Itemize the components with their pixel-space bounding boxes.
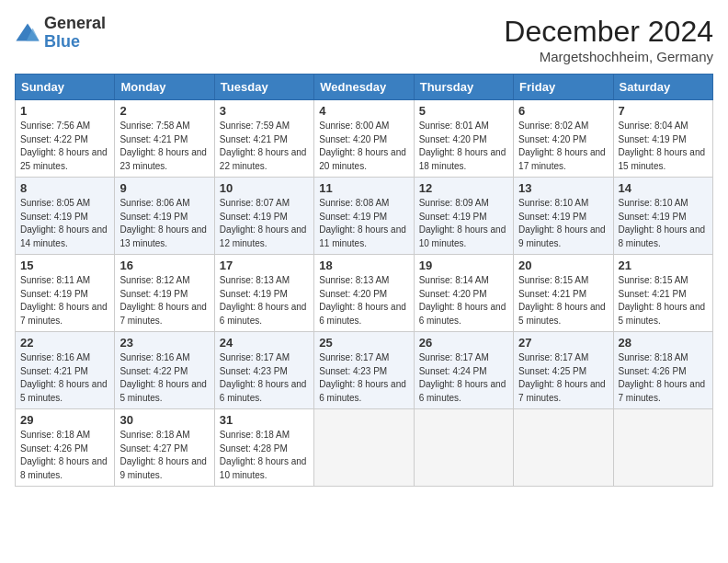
day-info: Sunrise: 7:56 AM Sunset: 4:22 PM Dayligh… xyxy=(20,120,109,173)
day-number: 3 xyxy=(220,104,309,118)
day-number: 16 xyxy=(119,259,209,272)
calendar-cell: 15 Sunrise: 8:11 AM Sunset: 4:19 PM Dayl… xyxy=(16,255,115,332)
logo-text: General Blue xyxy=(44,15,106,52)
calendar-cell: 2 Sunrise: 7:58 AM Sunset: 4:21 PM Dayli… xyxy=(115,100,214,178)
calendar-cell xyxy=(514,409,613,487)
calendar-cell: 24 Sunrise: 8:17 AM Sunset: 4:23 PM Dayl… xyxy=(214,332,313,409)
calendar-week-row: 15 Sunrise: 8:11 AM Sunset: 4:19 PM Dayl… xyxy=(16,255,713,332)
day-number: 25 xyxy=(319,336,408,350)
calendar-cell: 7 Sunrise: 8:04 AM Sunset: 4:19 PM Dayli… xyxy=(613,100,712,178)
calendar-week-row: 8 Sunrise: 8:05 AM Sunset: 4:19 PM Dayli… xyxy=(16,178,713,255)
calendar-cell: 29 Sunrise: 8:18 AM Sunset: 4:26 PM Dayl… xyxy=(16,409,115,487)
col-header-tuesday: Tuesday xyxy=(214,75,313,100)
calendar-cell: 11 Sunrise: 8:08 AM Sunset: 4:19 PM Dayl… xyxy=(314,178,414,255)
calendar-cell: 27 Sunrise: 8:17 AM Sunset: 4:25 PM Dayl… xyxy=(514,332,613,409)
day-number: 19 xyxy=(419,259,508,272)
day-info: Sunrise: 8:16 AM Sunset: 4:21 PM Dayligh… xyxy=(20,351,109,405)
calendar-cell: 16 Sunrise: 8:12 AM Sunset: 4:19 PM Dayl… xyxy=(115,255,214,332)
calendar-cell: 5 Sunrise: 8:01 AM Sunset: 4:20 PM Dayli… xyxy=(414,100,513,178)
day-info: Sunrise: 8:04 AM Sunset: 4:19 PM Dayligh… xyxy=(619,120,708,173)
calendar-cell: 13 Sunrise: 8:10 AM Sunset: 4:19 PM Dayl… xyxy=(514,178,613,255)
day-info: Sunrise: 8:18 AM Sunset: 4:26 PM Dayligh… xyxy=(20,429,109,482)
day-number: 30 xyxy=(119,413,209,427)
calendar-cell xyxy=(613,409,712,487)
day-number: 2 xyxy=(119,104,209,118)
location: Margetshochheim, Germany xyxy=(504,49,713,64)
day-number: 5 xyxy=(419,104,508,118)
calendar-cell: 8 Sunrise: 8:05 AM Sunset: 4:19 PM Dayli… xyxy=(16,178,115,255)
logo-blue: Blue xyxy=(44,32,80,51)
day-number: 26 xyxy=(419,336,508,350)
col-header-monday: Monday xyxy=(115,75,214,100)
logo-general: General xyxy=(44,14,106,32)
day-info: Sunrise: 8:16 AM Sunset: 4:22 PM Dayligh… xyxy=(119,351,209,405)
day-info: Sunrise: 8:15 AM Sunset: 4:21 PM Dayligh… xyxy=(518,274,608,327)
col-header-friday: Friday xyxy=(514,75,613,100)
day-number: 6 xyxy=(518,104,608,118)
day-info: Sunrise: 8:01 AM Sunset: 4:20 PM Dayligh… xyxy=(419,120,508,173)
day-number: 7 xyxy=(619,104,708,118)
calendar-week-row: 22 Sunrise: 8:16 AM Sunset: 4:21 PM Dayl… xyxy=(16,332,713,409)
day-info: Sunrise: 7:59 AM Sunset: 4:21 PM Dayligh… xyxy=(220,120,309,173)
day-info: Sunrise: 8:06 AM Sunset: 4:19 PM Dayligh… xyxy=(119,197,209,250)
day-info: Sunrise: 8:14 AM Sunset: 4:20 PM Dayligh… xyxy=(419,274,508,327)
calendar-cell: 19 Sunrise: 8:14 AM Sunset: 4:20 PM Dayl… xyxy=(414,255,513,332)
calendar-cell: 26 Sunrise: 8:17 AM Sunset: 4:24 PM Dayl… xyxy=(414,332,513,409)
day-info: Sunrise: 8:13 AM Sunset: 4:19 PM Dayligh… xyxy=(220,274,309,327)
calendar-cell: 9 Sunrise: 8:06 AM Sunset: 4:19 PM Dayli… xyxy=(115,178,214,255)
page-header: General Blue December 2024 Margetshochhe… xyxy=(15,15,713,64)
calendar-cell: 12 Sunrise: 8:09 AM Sunset: 4:19 PM Dayl… xyxy=(414,178,513,255)
calendar-cell: 28 Sunrise: 8:18 AM Sunset: 4:26 PM Dayl… xyxy=(613,332,712,409)
calendar-cell: 10 Sunrise: 8:07 AM Sunset: 4:19 PM Dayl… xyxy=(214,178,313,255)
calendar-header-row: SundayMondayTuesdayWednesdayThursdayFrid… xyxy=(16,75,713,100)
day-info: Sunrise: 8:18 AM Sunset: 4:26 PM Dayligh… xyxy=(619,351,708,405)
day-info: Sunrise: 8:09 AM Sunset: 4:19 PM Dayligh… xyxy=(419,197,508,250)
calendar-cell: 14 Sunrise: 8:10 AM Sunset: 4:19 PM Dayl… xyxy=(613,178,712,255)
day-number: 27 xyxy=(518,336,608,350)
day-number: 28 xyxy=(619,336,708,350)
day-info: Sunrise: 8:11 AM Sunset: 4:19 PM Dayligh… xyxy=(20,274,109,327)
day-number: 22 xyxy=(20,336,109,350)
calendar-week-row: 1 Sunrise: 7:56 AM Sunset: 4:22 PM Dayli… xyxy=(16,100,713,178)
calendar-cell: 20 Sunrise: 8:15 AM Sunset: 4:21 PM Dayl… xyxy=(514,255,613,332)
calendar-cell: 31 Sunrise: 8:18 AM Sunset: 4:28 PM Dayl… xyxy=(214,409,313,487)
day-info: Sunrise: 8:02 AM Sunset: 4:20 PM Dayligh… xyxy=(518,120,608,173)
calendar-cell: 17 Sunrise: 8:13 AM Sunset: 4:19 PM Dayl… xyxy=(214,255,313,332)
day-number: 15 xyxy=(20,259,109,272)
calendar-cell: 6 Sunrise: 8:02 AM Sunset: 4:20 PM Dayli… xyxy=(514,100,613,178)
calendar-cell: 4 Sunrise: 8:00 AM Sunset: 4:20 PM Dayli… xyxy=(314,100,414,178)
calendar-cell: 22 Sunrise: 8:16 AM Sunset: 4:21 PM Dayl… xyxy=(16,332,115,409)
day-number: 29 xyxy=(20,413,109,427)
day-number: 13 xyxy=(518,181,608,195)
logo-icon xyxy=(15,20,40,46)
calendar-cell: 25 Sunrise: 8:17 AM Sunset: 4:23 PM Dayl… xyxy=(314,332,414,409)
col-header-thursday: Thursday xyxy=(414,75,513,100)
day-info: Sunrise: 8:18 AM Sunset: 4:27 PM Dayligh… xyxy=(119,429,209,482)
day-number: 4 xyxy=(319,104,408,118)
day-number: 8 xyxy=(20,181,109,195)
day-info: Sunrise: 7:58 AM Sunset: 4:21 PM Dayligh… xyxy=(119,120,209,173)
day-number: 18 xyxy=(319,259,408,272)
calendar-cell: 1 Sunrise: 7:56 AM Sunset: 4:22 PM Dayli… xyxy=(16,100,115,178)
day-number: 1 xyxy=(20,104,109,118)
day-number: 21 xyxy=(619,259,708,272)
calendar-cell: 23 Sunrise: 8:16 AM Sunset: 4:22 PM Dayl… xyxy=(115,332,214,409)
day-info: Sunrise: 8:00 AM Sunset: 4:20 PM Dayligh… xyxy=(319,120,408,173)
day-number: 31 xyxy=(220,413,309,427)
day-info: Sunrise: 8:08 AM Sunset: 4:19 PM Dayligh… xyxy=(319,197,408,250)
day-number: 20 xyxy=(518,259,608,272)
day-info: Sunrise: 8:17 AM Sunset: 4:24 PM Dayligh… xyxy=(419,351,508,405)
day-info: Sunrise: 8:13 AM Sunset: 4:20 PM Dayligh… xyxy=(319,274,408,327)
calendar-cell xyxy=(414,409,513,487)
day-number: 11 xyxy=(319,181,408,195)
day-info: Sunrise: 8:17 AM Sunset: 4:23 PM Dayligh… xyxy=(319,351,408,405)
col-header-sunday: Sunday xyxy=(16,75,115,100)
calendar-cell: 21 Sunrise: 8:15 AM Sunset: 4:21 PM Dayl… xyxy=(613,255,712,332)
title-block: December 2024 Margetshochheim, Germany xyxy=(504,15,713,64)
calendar-cell: 30 Sunrise: 8:18 AM Sunset: 4:27 PM Dayl… xyxy=(115,409,214,487)
day-number: 9 xyxy=(119,181,209,195)
month-title: December 2024 xyxy=(504,15,713,49)
day-info: Sunrise: 8:10 AM Sunset: 4:19 PM Dayligh… xyxy=(619,197,708,250)
day-info: Sunrise: 8:10 AM Sunset: 4:19 PM Dayligh… xyxy=(518,197,608,250)
calendar-cell: 3 Sunrise: 7:59 AM Sunset: 4:21 PM Dayli… xyxy=(214,100,313,178)
